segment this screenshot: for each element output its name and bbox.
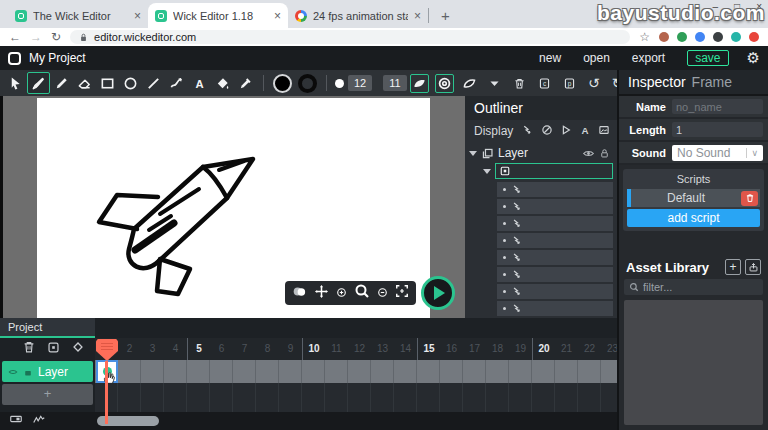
tool-pencil[interactable] (50, 72, 73, 94)
canvas-area[interactable] (0, 96, 465, 318)
open-button[interactable]: open (583, 51, 610, 65)
tool-ellipse[interactable] (119, 72, 142, 94)
magnifier-icon[interactable] (354, 283, 370, 303)
dropdown-caret-icon[interactable] (488, 77, 501, 90)
lock-icon[interactable] (23, 367, 33, 377)
fit-screen-icon[interactable] (395, 284, 409, 302)
undo-icon[interactable]: ↺ (588, 72, 600, 94)
frame-8[interactable]: 8 (256, 338, 279, 360)
outliner-frame-row[interactable] (483, 162, 613, 180)
outliner-path-row[interactable] (497, 250, 613, 265)
extension-3-icon[interactable] (695, 32, 705, 42)
stroke-color-button[interactable] (298, 74, 317, 93)
tool-line[interactable] (142, 72, 165, 94)
lock-icon[interactable] (599, 148, 610, 159)
waveform-icon[interactable] (32, 412, 46, 430)
stroke-width-input[interactable]: 11 (383, 75, 407, 91)
outliner-path-row[interactable] (497, 233, 613, 248)
frame-19[interactable]: 19 (509, 338, 532, 360)
frame-10[interactable]: 10 (302, 338, 325, 360)
length-input[interactable] (672, 122, 763, 137)
sound-select[interactable]: No Sound ∨ (672, 145, 763, 161)
play-button[interactable] (421, 276, 455, 310)
tab-close-icon[interactable]: × (134, 9, 141, 23)
fill-color-button[interactable] (273, 74, 292, 93)
add-asset-button[interactable]: + (725, 259, 741, 275)
new-button[interactable]: new (539, 51, 561, 65)
caret-down-icon[interactable] (483, 169, 491, 174)
pan-tool-icon[interactable] (314, 284, 329, 303)
frame-21[interactable]: 21 (555, 338, 578, 360)
project-title[interactable]: My Project (29, 51, 517, 65)
tab-wick-editor-118[interactable]: Wick Editor 1.18 × (148, 3, 288, 28)
tab-project[interactable]: Project (0, 318, 95, 338)
frame-16[interactable]: 16 (440, 338, 463, 360)
brush-mode-circle-button[interactable] (435, 74, 454, 93)
bookmark-star-icon[interactable]: ☆ (639, 30, 650, 44)
onion-skin-range-icon[interactable] (9, 412, 23, 430)
export-button[interactable]: export (632, 51, 665, 65)
copy-icon[interactable]: c (538, 77, 551, 90)
delete-frame-icon[interactable] (22, 340, 36, 358)
add-script-button[interactable]: add script (627, 209, 760, 227)
tool-cursor[interactable] (4, 72, 27, 94)
frame-2[interactable]: 2 (118, 338, 141, 360)
frame-14[interactable]: 14 (394, 338, 417, 360)
tab-24fps-search[interactable]: 24 fps animation standard - Goo × (288, 3, 428, 28)
add-tween-icon[interactable] (71, 340, 85, 358)
tool-path-brush[interactable] (165, 72, 188, 94)
zoom-out-icon[interactable] (377, 284, 388, 302)
name-input[interactable] (672, 99, 763, 114)
frame-22[interactable]: 22 (578, 338, 601, 360)
eye-icon[interactable] (8, 367, 18, 377)
delete-script-button[interactable] (741, 191, 758, 206)
path-filter-icon[interactable] (522, 122, 534, 140)
forward-icon[interactable]: → (30, 28, 42, 46)
add-frame-icon[interactable] (47, 340, 60, 358)
onion-skin-icon[interactable] (292, 284, 307, 303)
outliner-path-row[interactable] (497, 216, 613, 231)
tab-close-icon[interactable]: × (274, 9, 281, 23)
outliner-path-row[interactable] (497, 301, 613, 316)
back-icon[interactable]: ← (9, 28, 21, 46)
frame-ruler[interactable]: 234567891011121314151617181920212223 (95, 338, 617, 360)
brush-size-input[interactable]: 12 (348, 75, 372, 91)
outliner-path-row[interactable] (497, 199, 613, 214)
selected-frame-item[interactable] (495, 163, 613, 179)
tab-close-icon[interactable]: × (414, 9, 421, 23)
frame-3[interactable]: 3 (141, 338, 164, 360)
frame-7[interactable]: 7 (233, 338, 256, 360)
extension-5-icon[interactable] (731, 32, 741, 42)
tab-the-wick-editor[interactable]: The Wick Editor × (8, 3, 148, 28)
save-button[interactable]: save (687, 50, 728, 66)
extension-2-icon[interactable] (677, 32, 687, 42)
extension-4-icon[interactable] (713, 32, 723, 42)
tool-eyedropper[interactable] (234, 72, 257, 94)
button-filter-icon[interactable] (560, 122, 572, 140)
gear-icon[interactable]: ⚙ (747, 49, 760, 67)
eye-icon[interactable] (582, 147, 595, 160)
tool-eraser[interactable] (73, 72, 96, 94)
layer-chip[interactable]: Layer (2, 361, 93, 382)
asset-filter[interactable] (624, 279, 763, 295)
reload-icon[interactable]: ↻ (51, 28, 61, 46)
extension-6-icon[interactable] (749, 32, 759, 42)
paste-icon[interactable]: p (563, 77, 576, 90)
wick-logo-icon[interactable] (8, 52, 21, 65)
add-layer-button[interactable]: + (2, 384, 93, 405)
frame-4[interactable]: 4 (164, 338, 187, 360)
outliner-path-row[interactable] (497, 284, 613, 299)
frame-13[interactable]: 13 (371, 338, 394, 360)
outliner-layer-row[interactable]: Layer (469, 144, 613, 162)
frame-5[interactable]: 5 (187, 338, 210, 360)
brush-mode-fill-button[interactable] (410, 74, 429, 93)
clip-filter-icon[interactable] (541, 122, 553, 140)
frame-23[interactable]: 23 (601, 338, 617, 360)
tool-brush[interactable] (27, 72, 50, 94)
filter-input[interactable] (643, 281, 758, 293)
layer-track[interactable] (95, 360, 617, 383)
omnibox[interactable]: editor.wickeditor.com (70, 30, 630, 44)
tool-fill-bucket[interactable] (211, 72, 234, 94)
script-row-default[interactable]: Default (627, 189, 760, 207)
upload-asset-button[interactable] (745, 259, 761, 275)
